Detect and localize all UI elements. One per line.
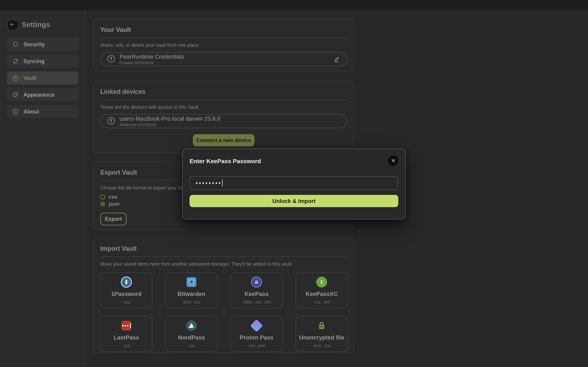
key-icon <box>106 54 116 64</box>
radio-json[interactable] <box>100 201 105 206</box>
provider-formats: .csv <box>123 300 130 304</box>
your-vault-card: Your Vault Share, edit, or delete your v… <box>93 19 354 71</box>
provider-name: 1Password <box>111 291 142 297</box>
import-provider-lastpass[interactable]: LastPass .csv <box>100 316 152 352</box>
provider-formats: .json, .csv <box>313 343 331 348</box>
sync-icon <box>12 58 19 65</box>
keepassxc-icon <box>316 276 327 288</box>
divider <box>100 257 347 257</box>
device-added-date: Added on 02/03/2026 <box>120 123 220 127</box>
import-provider-unencrypted[interactable]: Unencrypted file .json, .csv <box>295 316 348 352</box>
sidebar-item-security[interactable]: Security <box>7 38 78 51</box>
1password-icon <box>121 276 132 288</box>
linked-devices-card: Linked devices These are the devices wit… <box>93 81 354 153</box>
section-description: Move your saved items here from another … <box>100 261 347 267</box>
provider-name: Bitwarden <box>178 291 205 297</box>
provider-name: KeePass <box>245 291 269 297</box>
dialog-header: Enter KeePass Password ✕ <box>189 156 398 166</box>
section-title: Your Vault <box>100 26 347 33</box>
vault-name: PearRuntime Credentials <box>120 53 184 60</box>
keepass-password-dialog: Enter KeePass Password ✕ •••••••• Unlock… <box>182 149 406 220</box>
page-title: Settings <box>22 21 50 29</box>
section-title: Import Vault <box>100 245 347 252</box>
sidebar-item-about[interactable]: About <box>7 105 78 118</box>
import-provider-keepass[interactable]: KeePass .kdbx, .csv, .xml <box>230 272 283 308</box>
key-icon <box>106 116 116 126</box>
key-icon <box>12 75 19 81</box>
connect-button-wrap: Connect a new device <box>100 134 347 146</box>
import-provider-nordpass[interactable]: NordPass .csv <box>165 316 218 352</box>
keepass-icon <box>251 276 262 288</box>
vault-item-row[interactable]: PearRuntime Credentials Created 02/03/20… <box>100 52 347 66</box>
radio-label: csv <box>109 194 117 200</box>
import-vault-card: Import Vault Move your saved items here … <box>93 238 354 353</box>
shield-icon <box>12 41 19 48</box>
password-input[interactable]: •••••••• <box>189 176 398 190</box>
sidebar-item-label: About <box>24 108 39 115</box>
edit-vault-button[interactable] <box>333 55 341 63</box>
device-name: users-MacBook-Pro.local darwin 23.6.0 <box>120 115 220 122</box>
close-icon: ✕ <box>391 158 395 163</box>
dialog-title: Enter KeePass Password <box>189 158 261 165</box>
export-button[interactable]: Export <box>100 213 127 225</box>
provider-formats: .csv <box>188 343 195 348</box>
section-description: These are the devices with access to thi… <box>100 105 347 110</box>
import-provider-protonpass[interactable]: Proton Pass .csv, .json <box>230 316 283 352</box>
vault-created-date: Created 02/03/2026 <box>120 61 184 65</box>
device-text: users-MacBook-Pro.local darwin 23.6.0 Ad… <box>120 115 220 127</box>
sidebar-item-label: Security <box>24 41 45 48</box>
sidebar-item-label: Syncing <box>24 58 45 64</box>
device-row[interactable]: users-MacBook-Pro.local darwin 23.6.0 Ad… <box>100 114 347 128</box>
padlock-icon <box>317 320 327 332</box>
provider-name: NordPass <box>178 334 205 341</box>
text-caret <box>222 180 223 186</box>
import-provider-keepassxc[interactable]: KeePassXC .csv, .xml <box>295 272 348 308</box>
radio-label: json <box>109 201 120 207</box>
section-title: Linked devices <box>100 88 347 95</box>
nordpass-icon <box>186 320 197 332</box>
provider-formats: .csv, .json <box>248 343 265 348</box>
bitwarden-icon <box>187 276 196 288</box>
arrow-left-icon <box>9 22 15 27</box>
sidebar-item-vault[interactable]: Vault <box>7 71 78 84</box>
section-description: Share, edit, or delete your vault from o… <box>100 42 347 48</box>
sidebar-item-label: Vault <box>24 75 36 81</box>
info-icon <box>12 108 19 115</box>
sidebar-item-syncing[interactable]: Syncing <box>7 55 78 68</box>
unlock-import-button[interactable]: Unlock & Import <box>189 195 398 207</box>
pencil-icon <box>333 55 341 63</box>
settings-nav: Security Syncing Vault <box>7 38 78 118</box>
provider-formats: .kdbx, .csv, .xml <box>242 300 271 304</box>
sidebar-header: Settings <box>7 19 85 30</box>
provider-formats: .json, .csv <box>182 300 200 304</box>
window-titlebar <box>0 0 588 10</box>
proton-pass-icon <box>252 320 261 332</box>
sidebar-item-label: Appearance <box>24 92 54 98</box>
provider-name: LastPass <box>114 334 139 341</box>
back-button[interactable] <box>7 19 17 30</box>
vault-item-text: PearRuntime Credentials Created 02/03/20… <box>120 53 184 65</box>
divider <box>100 100 347 100</box>
provider-grid: 1Password .csv Bitwarden .json, .csv <box>100 272 347 352</box>
provider-formats: .csv, .xml <box>313 300 330 304</box>
provider-name: Proton Pass <box>240 334 274 341</box>
import-provider-bitwarden[interactable]: Bitwarden .json, .csv <box>165 272 218 308</box>
palette-icon <box>12 92 19 98</box>
connect-new-device-button[interactable]: Connect a new device <box>193 134 254 146</box>
provider-formats: .csv <box>123 343 130 348</box>
import-provider-1password[interactable]: 1Password .csv <box>100 272 152 308</box>
settings-sidebar: Settings Security Syncing Vault <box>0 10 86 367</box>
close-button[interactable]: ✕ <box>388 156 398 166</box>
radio-csv[interactable] <box>100 194 105 200</box>
lastpass-icon <box>122 320 131 332</box>
provider-name: KeePassXC <box>306 291 338 297</box>
password-masked-value: •••••••• <box>195 180 221 186</box>
divider <box>100 38 347 38</box>
sidebar-item-appearance[interactable]: Appearance <box>7 88 78 101</box>
provider-name: Unencrypted file <box>299 334 344 341</box>
